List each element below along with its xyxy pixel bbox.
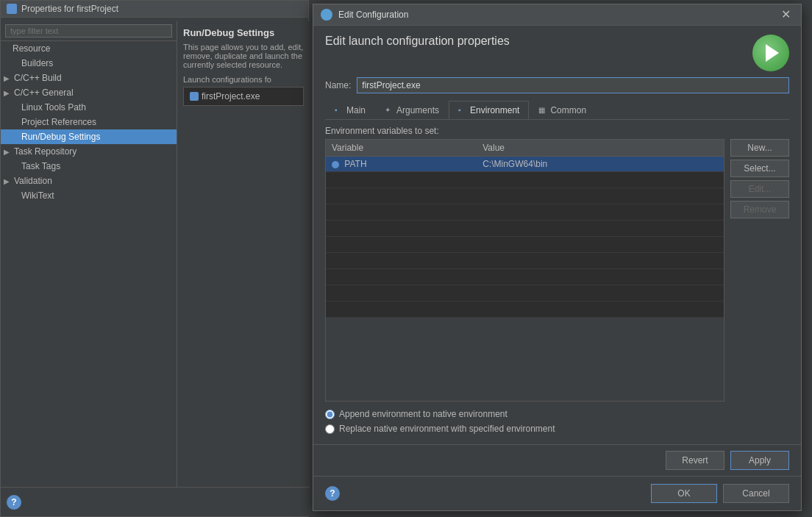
name-input[interactable] bbox=[357, 77, 789, 93]
content-title: Run/Debug Settings bbox=[183, 27, 304, 38]
sidebar-item-label: Run/Debug Settings bbox=[21, 132, 100, 142]
new-button[interactable]: New... bbox=[730, 139, 789, 157]
env-table-wrapper: Variable Value PATH C:\MinGW64\bin bbox=[325, 139, 724, 402]
tab-main[interactable]: ▪ Main bbox=[325, 101, 375, 119]
env-table-empty-row bbox=[326, 204, 724, 221]
properties-window: Properties for firstProject Resource Bui… bbox=[0, 0, 309, 517]
variable-icon bbox=[332, 161, 339, 168]
launch-item-icon bbox=[190, 92, 199, 101]
launch-list-item[interactable]: firstProject.exe bbox=[185, 89, 302, 104]
env-table-container: Variable Value PATH C:\MinGW64\bin bbox=[325, 139, 789, 402]
remove-button[interactable]: Remove bbox=[730, 201, 789, 218]
sidebar-item-resource[interactable]: Resource bbox=[1, 41, 177, 56]
sidebar-item-label: Linux Tools Path bbox=[21, 102, 86, 113]
tab-environment-label: Environment bbox=[470, 105, 519, 115]
properties-window-icon bbox=[7, 4, 17, 14]
sidebar-item-task-repository[interactable]: ▶ Task Repository bbox=[1, 144, 177, 159]
sidebar-item-label: C/C++ Build bbox=[14, 73, 62, 83]
sidebar-item-label: WikiText bbox=[21, 190, 54, 201]
ok-button[interactable]: OK bbox=[651, 484, 717, 503]
tabs-row: ▪ Main ✦ Arguments ▪ Environment ▦ Commo… bbox=[325, 101, 789, 120]
revert-button[interactable]: Revert bbox=[666, 451, 724, 470]
radio-replace-label[interactable]: Replace native environment with specifie… bbox=[339, 424, 555, 434]
sidebar-item-label: Builders bbox=[21, 58, 53, 68]
edit-button[interactable]: Edit... bbox=[730, 180, 789, 198]
env-table-cell-variable: PATH bbox=[326, 157, 477, 172]
modal-title-text: Edit Configuration bbox=[338, 10, 408, 20]
args-tab-icon: ✦ bbox=[385, 106, 393, 115]
env-var-name: PATH bbox=[344, 159, 366, 169]
expand-arrow-icon: ▶ bbox=[4, 177, 11, 185]
sidebar-item-wikitext[interactable]: WikiText bbox=[1, 188, 177, 203]
sidebar-item-linux-tools[interactable]: Linux Tools Path bbox=[1, 100, 177, 115]
env-table-empty-row bbox=[326, 188, 724, 204]
content-area: Run/Debug Settings This page allows you … bbox=[177, 21, 310, 488]
radio-append[interactable] bbox=[325, 410, 335, 419]
env-section-label: Environment variables to set: bbox=[325, 120, 789, 139]
env-tab-icon: ▪ bbox=[458, 106, 467, 115]
modal-header-title: Edit launch configuration properties bbox=[325, 35, 510, 48]
modal-titlebar: Edit Configuration ✕ bbox=[313, 4, 801, 26]
modal-body: Name: ▪ Main ✦ Arguments ▪ Environment ▦… bbox=[313, 77, 801, 444]
modal-header: Edit launch configuration properties bbox=[313, 26, 801, 77]
expand-arrow-icon: ▶ bbox=[4, 89, 11, 97]
env-table-empty-row bbox=[326, 172, 724, 188]
modal-bottom-buttons: OK Cancel bbox=[651, 484, 789, 503]
env-table: Variable Value PATH C:\MinGW64\bin bbox=[326, 140, 724, 318]
env-buttons-group: New... Select... Edit... Remove bbox=[730, 139, 789, 402]
env-table-empty-row bbox=[326, 237, 724, 253]
tab-arguments-label: Arguments bbox=[396, 105, 439, 115]
name-row: Name: bbox=[325, 77, 789, 93]
status-bar: ? bbox=[1, 487, 310, 516]
modal-bottom-bar: ? OK Cancel bbox=[313, 476, 801, 510]
radio-row-append: Append environment to native environment bbox=[325, 409, 789, 419]
sidebar-item-project-references[interactable]: Project References bbox=[1, 115, 177, 129]
env-table-empty-row bbox=[326, 221, 724, 237]
properties-window-title: Properties for firstProject bbox=[21, 4, 118, 14]
sidebar-container: Resource Builders ▶ C/C++ Build ▶ C/C++ … bbox=[1, 21, 177, 488]
sidebar-item-cpp-build[interactable]: ▶ C/C++ Build bbox=[1, 71, 177, 85]
sidebar-item-label: Validation bbox=[14, 176, 52, 186]
help-icon-button[interactable]: ? bbox=[7, 495, 21, 510]
sidebar: Resource Builders ▶ C/C++ Build ▶ C/C++ … bbox=[1, 41, 177, 508]
sidebar-item-label: Resource bbox=[13, 43, 50, 54]
radio-append-label[interactable]: Append environment to native environment bbox=[339, 409, 508, 419]
env-table-empty-row bbox=[326, 302, 724, 318]
sidebar-filter-area bbox=[1, 21, 177, 41]
sidebar-item-run-debug[interactable]: Run/Debug Settings bbox=[1, 129, 177, 144]
tab-common-label: Common bbox=[550, 105, 586, 115]
launch-config-list: firstProject.exe bbox=[183, 87, 304, 106]
sidebar-item-cpp-general[interactable]: ▶ C/C++ General bbox=[1, 85, 177, 100]
tab-environment[interactable]: ▪ Environment bbox=[449, 101, 529, 119]
env-table-empty-row bbox=[326, 269, 724, 285]
radio-group: Append environment to native environment… bbox=[325, 402, 789, 444]
tab-arguments[interactable]: ✦ Arguments bbox=[375, 101, 449, 119]
select-button[interactable]: Select... bbox=[730, 160, 789, 177]
sidebar-item-validation[interactable]: ▶ Validation bbox=[1, 174, 177, 188]
tab-main-label: Main bbox=[346, 105, 366, 115]
modal-help-icon[interactable]: ? bbox=[325, 486, 340, 501]
name-label: Name: bbox=[325, 80, 351, 90]
launch-config-label: Launch configurations fo bbox=[183, 75, 304, 84]
sidebar-item-label: Task Repository bbox=[14, 146, 76, 157]
modal-close-button[interactable]: ✕ bbox=[778, 9, 794, 21]
launch-item-label: firstProject.exe bbox=[202, 91, 260, 101]
env-table-cell-value: C:\MinGW64\bin bbox=[477, 157, 724, 172]
sidebar-item-builders[interactable]: Builders bbox=[1, 56, 177, 71]
radio-row-replace: Replace native environment with specifie… bbox=[325, 424, 789, 434]
radio-replace[interactable] bbox=[325, 424, 335, 434]
properties-titlebar: Properties for firstProject bbox=[1, 1, 308, 18]
play-triangle bbox=[766, 44, 779, 62]
expand-arrow-icon: ▶ bbox=[4, 148, 11, 156]
sidebar-item-task-tags[interactable]: Task Tags bbox=[1, 159, 177, 174]
tab-common[interactable]: ▦ Common bbox=[529, 101, 596, 119]
sidebar-filter-input[interactable] bbox=[5, 24, 172, 38]
play-icon bbox=[752, 35, 789, 71]
env-table-empty-row bbox=[326, 285, 724, 302]
env-table-row[interactable]: PATH C:\MinGW64\bin bbox=[326, 157, 724, 172]
env-table-header-variable: Variable bbox=[326, 140, 477, 157]
main-tab-icon: ▪ bbox=[335, 106, 343, 115]
cancel-button[interactable]: Cancel bbox=[723, 484, 789, 503]
properties-main: Resource Builders ▶ C/C++ Build ▶ C/C++ … bbox=[1, 21, 310, 488]
apply-button[interactable]: Apply bbox=[730, 451, 789, 470]
